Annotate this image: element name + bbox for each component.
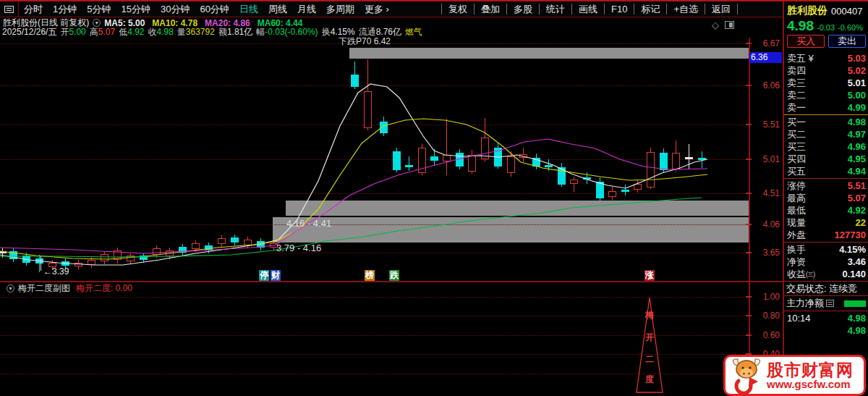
- tool-button-5[interactable]: F10: [604, 4, 634, 14]
- ohlc-token: 2025/12/26/五: [2, 26, 56, 38]
- period-tab-1[interactable]: 1分钟: [48, 3, 82, 16]
- quote-row[interactable]: 买二4.97: [784, 128, 868, 140]
- tool-button-6[interactable]: 标记: [634, 4, 666, 14]
- ohlc-token: 幅-0.03(-0.60%): [256, 26, 318, 38]
- axis-badge: 6.36: [749, 52, 782, 63]
- quote-row[interactable]: 卖五 ¥5.03: [784, 52, 868, 64]
- buy-button[interactable]: 买入: [787, 35, 825, 48]
- candle: [364, 91, 372, 128]
- price-axis-label: 3.65: [752, 248, 780, 258]
- grid-line: [0, 374, 749, 374]
- candle: [672, 153, 680, 169]
- watermark-site-name: 股市财富网: [767, 361, 854, 379]
- axis-tick: [746, 224, 752, 225]
- quote-row[interactable]: 卖三5.01: [784, 77, 868, 89]
- candle: [647, 152, 655, 188]
- quote-row[interactable]: 买三4.96: [784, 140, 868, 153]
- candle: [380, 122, 388, 133]
- period-tab-7[interactable]: 周线: [263, 3, 292, 16]
- tool-button-4[interactable]: 画线: [571, 4, 604, 14]
- chart-layer: 6.676.366.065.515.014.514.063.651.000.80…: [0, 1, 868, 396]
- period-tab-0[interactable]: 分时: [19, 3, 48, 16]
- price-axis-line: [749, 38, 750, 396]
- grid-line: [0, 297, 749, 298]
- main-flow-label: 主力净额: [786, 297, 824, 310]
- period-tab-9[interactable]: 多周期: [321, 3, 359, 16]
- grid-line: [0, 159, 749, 160]
- quote-row[interactable]: 换手4.15%: [784, 243, 868, 256]
- ohlc-token: 额1.81亿: [218, 26, 252, 38]
- flag-text-char: 梅: [645, 309, 654, 321]
- low-annotation-line: [41, 256, 41, 271]
- period-tab-4[interactable]: 30分钟: [156, 3, 195, 16]
- period-tab-2[interactable]: 5分钟: [82, 3, 116, 16]
- sell-button[interactable]: 卖出: [828, 35, 866, 48]
- diamond-icon[interactable]: ◇: [712, 20, 719, 30]
- price-axis-label: 4.06: [752, 219, 780, 229]
- candle: [75, 263, 82, 266]
- quote-row[interactable]: 收益㈢0.140: [784, 268, 868, 280]
- tool-button-8[interactable]: 返回: [705, 4, 738, 14]
- flag-text-char: 开: [645, 332, 654, 344]
- candle: [205, 245, 213, 250]
- divider: [784, 295, 868, 296]
- event-marker[interactable]: 涨: [644, 270, 655, 281]
- main-flow-row[interactable]: 主力净额: [784, 297, 868, 310]
- tool-button-2[interactable]: 多股: [506, 4, 539, 14]
- list-icon: [4, 6, 14, 13]
- ohlc-token: 开5.00: [60, 26, 85, 38]
- quote-row[interactable]: 外盘127730: [784, 229, 868, 241]
- sub-indicator-header: ▾ 梅开二度副图 梅开二度: 0.00: [3, 284, 132, 293]
- sub-chart-region[interactable]: [0, 294, 749, 395]
- quote-row[interactable]: 卖四5.02: [784, 64, 868, 77]
- period-tab-8[interactable]: 月线: [292, 3, 321, 16]
- chevron-down-circle-icon[interactable]: ▾: [7, 285, 14, 292]
- period-tab-5[interactable]: 60分钟: [195, 3, 234, 16]
- stock-name: 胜利股份: [787, 4, 827, 17]
- tool-button-0[interactable]: 复权: [441, 4, 474, 14]
- quote-row[interactable]: 买四4.95: [784, 153, 868, 165]
- axis-tick: [746, 315, 752, 316]
- quote-row[interactable]: 现量22: [784, 216, 868, 229]
- quote-row[interactable]: 最高5.07: [784, 192, 868, 204]
- panel-toggle-icon[interactable]: [725, 21, 734, 29]
- candle: [443, 155, 451, 161]
- period-tab-3[interactable]: 15分钟: [116, 3, 155, 16]
- flag-text-char: 度: [645, 374, 654, 386]
- event-marker[interactable]: 跌: [389, 270, 399, 281]
- axis-tick: [746, 124, 752, 125]
- chart-tools-menu: 复权叠加多股统计画线F10标记+自选返回: [441, 1, 738, 17]
- candle: [179, 247, 187, 253]
- band-label: 4.16 - 4.41: [286, 218, 331, 229]
- price-axis-label: 1.00: [752, 292, 780, 302]
- event-marker[interactable]: 停: [259, 270, 269, 281]
- period-tab-6[interactable]: 日线: [234, 3, 263, 16]
- quote-row[interactable]: 买一4.98: [784, 116, 868, 128]
- price-change: -0.03: [817, 23, 835, 32]
- quote-row[interactable]: 最低4.92: [784, 204, 868, 216]
- quote-row[interactable]: 买五4.94: [784, 165, 868, 177]
- quote-row[interactable]: 卖一4.99: [784, 101, 868, 114]
- tool-button-3[interactable]: 统计: [539, 4, 571, 14]
- bull-logo-icon: [728, 357, 765, 395]
- candle: [35, 258, 43, 264]
- window-menu-button[interactable]: [0, 1, 19, 17]
- candle: [405, 165, 413, 167]
- quote-row[interactable]: 卖二5.00: [784, 89, 868, 101]
- low-annotation: ←3.39: [43, 266, 69, 277]
- tape-row: 4.98: [784, 324, 868, 337]
- tool-button-7[interactable]: +自选: [666, 4, 705, 14]
- quote-row[interactable]: 涨停5.51: [784, 180, 868, 192]
- ohlc-info-line: 2025/12/26/五开5.00高5.07低4.92收4.98量363792额…: [2, 28, 426, 37]
- period-tab-10[interactable]: 更多 ›: [359, 3, 394, 16]
- event-marker[interactable]: 榜: [365, 270, 375, 281]
- period-menu: 分时1分钟5分钟15分钟30分钟60分钟日线周线月线多周期更多 ›: [19, 3, 394, 16]
- gray-band: [273, 217, 749, 243]
- candle: [430, 156, 438, 161]
- price-axis-label: 0.60: [752, 330, 780, 340]
- trading-terminal-window: 6.676.366.065.515.014.514.063.651.000.80…: [0, 0, 868, 396]
- candle: [698, 158, 706, 160]
- quote-row[interactable]: 净资3.46: [784, 256, 868, 268]
- event-marker[interactable]: 财: [271, 270, 281, 281]
- tool-button-1[interactable]: 叠加: [474, 4, 506, 14]
